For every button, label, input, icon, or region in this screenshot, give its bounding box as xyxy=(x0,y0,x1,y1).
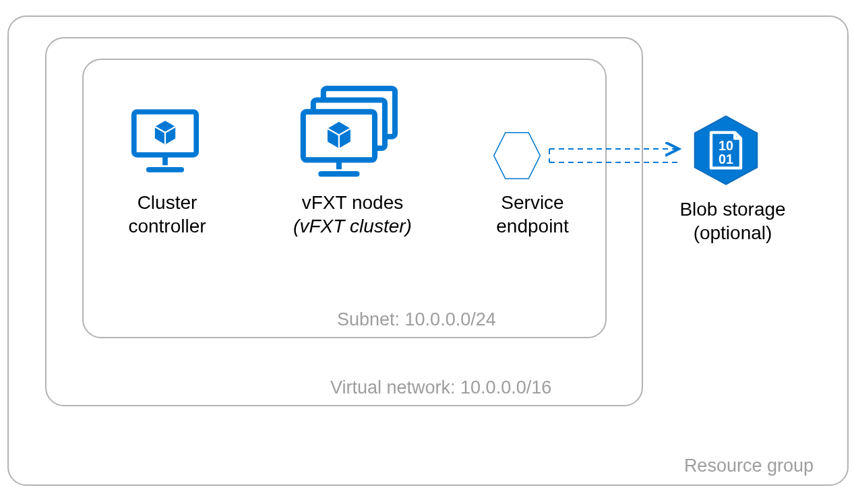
cluster-controller-label-l2: controller xyxy=(128,216,206,237)
vfxt-nodes-label-l2-inner: vFXT cluster xyxy=(299,216,405,237)
cluster-controller-label-l1: Cluster xyxy=(138,192,197,213)
vfxt-nodes-icon xyxy=(297,82,408,183)
cluster-controller-label: Cluster controller xyxy=(103,191,231,238)
service-endpoint-label: Service endpoint xyxy=(472,191,593,238)
blob-storage-label: Blob storage (optional) xyxy=(665,197,800,245)
service-endpoint-icon xyxy=(489,129,545,182)
svg-text:10: 10 xyxy=(719,138,733,153)
blob-storage-icon: 10 01 xyxy=(689,113,763,187)
vfxt-nodes-label: vFXT nodes (vFXT cluster) xyxy=(278,191,427,238)
resource-group-label: Resource group xyxy=(684,455,814,476)
service-endpoint-label-l1: Service xyxy=(501,192,563,213)
blob-storage-label-l1: Blob storage xyxy=(679,199,785,220)
service-endpoint-to-blob-arrow xyxy=(546,139,688,172)
blob-storage-label-l2: (optional) xyxy=(694,222,772,243)
service-endpoint-label-l2: endpoint xyxy=(496,216,568,237)
cluster-controller-icon xyxy=(128,104,202,179)
svg-marker-12 xyxy=(494,133,541,179)
subnet-label: Subnet: 10.0.0.0/24 xyxy=(337,309,496,330)
vnet-label: Virtual network: 10.0.0.0/16 xyxy=(330,377,551,398)
svg-text:01: 01 xyxy=(719,152,733,166)
vfxt-nodes-label-l1: vFXT nodes xyxy=(302,192,403,213)
